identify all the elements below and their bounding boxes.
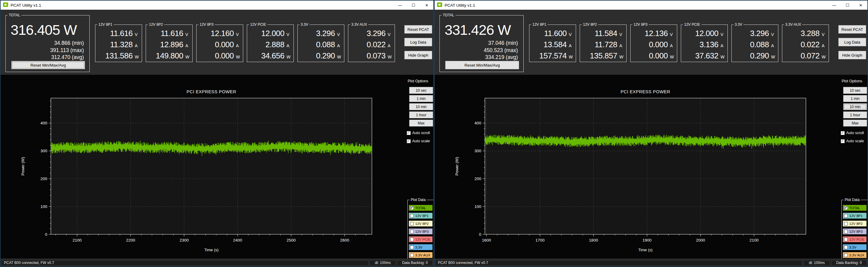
legend-checkbox: ✔ [410,206,414,210]
unit-label: A [619,43,623,48]
rail-value: 34.656 [261,51,284,61]
plot-options-strip: Plot Options10 sec1 min10 min1 hourMax✓A… [404,75,433,260]
hide-graph-button[interactable]: Hide Graph [838,51,866,59]
rail-value: 0.000 [649,51,668,61]
plot-data-label: Plot Data [409,198,427,202]
legend-item-12v-8p1[interactable]: 12V 8P1 [843,213,867,219]
total-min: 37.046 (min) [440,40,523,47]
rail-current: 3.136A [681,40,724,49]
maximize-button[interactable]: ☐ [841,1,854,10]
close-button[interactable]: ✕ [420,1,433,10]
legend-item-total[interactable]: ✔TOTAL [843,205,867,211]
plot-range-button-max[interactable]: Max [409,120,433,127]
plot-range-button-max[interactable]: Max [843,120,867,127]
rail-value: 3.296 [316,29,335,38]
rail-value: 135.857 [590,51,617,61]
rail-value: 0.000 [215,51,234,61]
legend-item-label: TOTAL [849,206,860,210]
close-button[interactable]: ✕ [854,1,867,10]
legend-item-label: 12V 8P1 [415,214,429,218]
rail-voltage: 12.000V [247,29,290,38]
x-tick-label: 2000 [696,238,705,242]
x-tick-label: 2600 [340,238,349,242]
rail-value: 3.288 [801,29,819,38]
rail-power: 0.072W [782,51,826,61]
plot-range-button-10-min[interactable]: 10 min [843,103,867,110]
auto-scroll-checkbox[interactable]: ✓Auto scroll [407,131,430,135]
auto-scale-checkbox[interactable]: ✓Auto scale [407,139,430,143]
measurement-panel: TOTAL316.405 W34.866 (min)391.113 (max)3… [1,10,433,75]
legend-item-3-3v[interactable]: 3.3V [843,244,867,250]
rail-value: 12.136 [645,29,668,38]
rail-power: 34.656W [247,51,290,61]
legend-checkbox [410,230,414,233]
reset-pcat-button[interactable]: Reset PCAT [404,25,432,34]
log-data-button[interactable]: Log Data [404,38,432,46]
legend-item-3-3v-aux[interactable]: 3.3V AUX [409,252,433,258]
legend-item-3-3v[interactable]: 3.3V [409,244,433,250]
rail-value: 0.290 [750,51,769,61]
rail-value: 3.296 [750,29,769,38]
status-dt: dt: 100ms [804,260,830,266]
plot-range-button-10-min[interactable]: 10 min [409,103,433,110]
unit-label: W [569,55,573,59]
status-bar: PCAT B00 connected, FW v0.7dt: 100msData… [435,259,867,266]
legend-item-12v-pcie[interactable]: 12V PCIE [843,236,867,242]
rail-label: 12V 8P1 [531,23,548,27]
hide-graph-button[interactable]: Hide Graph [404,51,432,59]
legend-item-12v-8p1[interactable]: 12V 8P1 [409,213,433,219]
rail-value: 11.616 [110,29,133,38]
status-connection: PCAT B00 connected, FW v0.7 [1,260,369,266]
rail-groupbox-3-3v: 3.3V3.296V0.088A0.290W [298,25,344,62]
minimize-button[interactable]: — [394,1,407,10]
plot-range-button-1-hour[interactable]: 1 hour [843,111,867,119]
unit-label: A [720,43,724,48]
rail-label: 3.3V AUX [784,23,802,27]
plot-range-button-1-min[interactable]: 1 min [409,95,433,102]
check-icon: ✔ [844,206,847,209]
legend-item-12v-8p3[interactable]: 12V 8P3 [843,229,867,234]
legend-checkbox [844,230,848,233]
unit-label: A [185,43,189,48]
legend-item-3-3v-aux[interactable]: 3.3V AUX [843,252,867,258]
total-groupbox: TOTAL316.405 W34.866 (min)391.113 (max)3… [5,15,90,72]
legend-checkbox [844,222,848,226]
x-tick-label: 1900 [642,238,651,242]
rail-value: 0.000 [215,40,234,49]
plot-range-button-1-hour[interactable]: 1 hour [409,111,433,119]
rail-value: 11.616 [160,29,183,38]
rail-current: 12.896A [146,40,189,49]
reset-minmax-button[interactable]: Reset Min/Max/Avg [445,61,519,69]
rail-value: 11.328 [110,40,133,49]
power-chart: 2100220023002400250026000100200300400PCI… [1,75,379,258]
rail-current: 0.022A [782,40,826,49]
checkbox-box: ✓ [407,131,411,135]
legend-item-12v-8p2[interactable]: 12V 8P2 [843,221,867,227]
auto-scale-checkbox[interactable]: ✓Auto scale [841,139,864,143]
plot-range-button-10-sec[interactable]: 10 sec [409,87,433,94]
legend-item-12v-pcie[interactable]: 12V PCIE [409,236,433,242]
plot-area [485,98,806,234]
rail-value: 2.888 [265,40,284,49]
total-avg: 334.219 (avg) [440,54,523,61]
rail-value: 0.022 [367,40,385,49]
total-max: 450.523 (max) [440,47,523,54]
log-data-button[interactable]: Log Data [838,38,866,46]
reset-pcat-button[interactable]: Reset PCAT [838,25,866,34]
reset-minmax-button[interactable]: Reset Min/Max/Avg [11,61,85,69]
x-tick-label: 2500 [286,238,296,242]
window-title: PCAT Utility v1.1 [444,3,828,7]
titlebar: PCAT Utility v1.1—☐✕ [1,1,433,10]
legend-item-total[interactable]: ✔TOTAL [409,205,433,211]
rail-current: 11.728A [580,40,623,49]
plot-range-button-1-min[interactable]: 1 min [843,95,867,102]
minimize-button[interactable]: — [828,1,841,10]
auto-scroll-checkbox[interactable]: ✓Auto scroll [841,131,864,135]
legend-item-label: 3.3V [849,245,857,249]
plot-range-button-10-sec[interactable]: 10 sec [843,87,867,94]
rail-voltage: 3.296V [298,29,341,38]
maximize-button[interactable]: ☐ [407,1,420,10]
graph-panel: 2100220023002400250026000100200300400PCI… [1,75,404,260]
legend-item-12v-8p3[interactable]: 12V 8P3 [409,229,433,234]
legend-item-12v-8p2[interactable]: 12V 8P2 [409,221,433,227]
